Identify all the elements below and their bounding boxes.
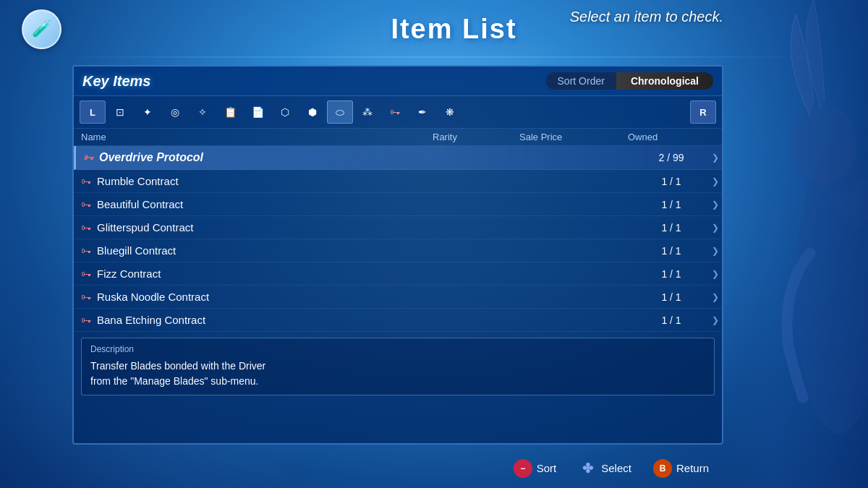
item-name: Rumble Contract [97, 175, 179, 187]
list-item[interactable]: 🗝 Beautiful Contract 1 / 1 ❯ [74, 193, 722, 216]
row-arrow-icon: ❯ [712, 292, 719, 302]
item-name: Bluegill Contract [97, 244, 176, 257]
select-button-icon: ✤ [578, 459, 597, 478]
item-owned: 1 / 1 [628, 176, 715, 187]
tab-l-button[interactable]: L [80, 100, 106, 124]
item-owned: 1 / 1 [628, 199, 715, 210]
key-icon: 🗝 [81, 199, 91, 210]
return-action[interactable]: B Return [653, 459, 709, 478]
row-arrow-icon: ❯ [712, 269, 719, 279]
key-icon: 🗝 [81, 291, 91, 303]
tab-icon-10-active[interactable]: ⬭ [327, 100, 353, 124]
list-item[interactable]: 🗝 Ruska Noodle Contract 1 / 1 ❯ [74, 286, 722, 309]
column-headers: Name Rarity Sale Price Owned [74, 129, 722, 146]
tab-icon-4[interactable]: ◎ [162, 100, 188, 124]
tab-icon-9[interactable]: ⬢ [299, 100, 326, 124]
item-name-cell: 🗝 Rumble Contract [81, 175, 433, 187]
tab-icon-6[interactable]: 📋 [217, 100, 243, 124]
list-item[interactable]: 🗝 Rumble Contract 1 / 1 ❯ [74, 170, 722, 193]
row-arrow-icon: ❯ [712, 315, 719, 325]
item-name-cell: 🗝 Ruska Noodle Contract [81, 291, 433, 303]
main-panel: Key Items Sort Order Chronological L ⊡ ✦… [72, 65, 723, 445]
header: 🧪 Item List [0, 0, 868, 58]
description-text: Transfer Blades bonded with the Driverfr… [90, 359, 705, 389]
tab-icon-3[interactable]: ✦ [135, 100, 161, 124]
tab-icons-row: L ⊡ ✦ ◎ ✧ 📋 📄 ⬡ ⬢ ⬭ ⁂ 🗝 ✒ ❋ R [74, 96, 722, 129]
svg-rect-2 [709, 0, 868, 488]
key-icon: 🗝 [81, 176, 91, 187]
col-owned: Owned [628, 132, 715, 142]
list-item[interactable]: 🗝 Bluegill Contract 1 / 1 ❯ [74, 239, 722, 262]
row-arrow-icon: ❯ [712, 153, 719, 163]
item-list: 🗝 Overdrive Protocol 2 / 99 ❯ 🗝 Rumble C… [74, 146, 722, 332]
tab-r-button[interactable]: R [690, 100, 716, 124]
item-name-cell: 🗝 Bluegill Contract [81, 244, 433, 257]
item-name-cell: 🗝 Beautiful Contract [81, 198, 433, 210]
item-owned: 1 / 1 [628, 268, 715, 280]
item-owned: 2 / 99 [628, 152, 715, 163]
row-arrow-icon: ❯ [712, 223, 719, 233]
row-arrow-icon: ❯ [712, 176, 719, 187]
tab-icon-key[interactable]: 🗝 [382, 100, 408, 124]
item-owned: 1 / 1 [628, 291, 715, 303]
item-name-cell: 🗝 Glitterspud Contract [81, 221, 433, 234]
item-name: Glitterspud Contract [97, 221, 193, 234]
sort-button-icon: − [514, 459, 532, 478]
item-name: Ruska Noodle Contract [97, 291, 209, 303]
tab-icon-14[interactable]: ❋ [437, 100, 463, 124]
tab-icon-11[interactable]: ⁂ [354, 100, 380, 124]
tab-icon-2[interactable]: ⊡ [107, 100, 133, 124]
sort-order-area: Sort Order Chronological [546, 72, 713, 90]
item-name: Fizz Contract [97, 267, 161, 280]
item-name: Overdrive Protocol [99, 151, 203, 164]
description-label: Description [90, 344, 705, 354]
sort-button-label: Sort [537, 462, 557, 474]
item-name-cell: 🗝 Bana Etching Contract [81, 314, 433, 326]
tab-icon-7[interactable]: 📄 [244, 100, 271, 124]
key-icon: 🗝 [81, 222, 91, 234]
return-button-label: Return [676, 462, 709, 474]
header-icon: 🧪 [22, 9, 61, 49]
description-box: Description Transfer Blades bonded with … [81, 338, 715, 395]
tab-icon-5[interactable]: ✧ [190, 100, 216, 124]
list-item[interactable]: 🗝 Fizz Contract 1 / 1 ❯ [74, 262, 722, 286]
item-name-cell: 🗝 Overdrive Protocol [83, 151, 433, 164]
col-name: Name [81, 132, 433, 142]
sort-action[interactable]: − Sort [514, 459, 557, 478]
key-icon: 🗝 [81, 314, 91, 326]
sort-order-value: Chronological [616, 72, 713, 90]
tab-icon-8[interactable]: ⬡ [272, 100, 298, 124]
item-name: Beautiful Contract [97, 198, 183, 210]
select-action[interactable]: ✤ Select [578, 459, 631, 478]
potion-icon: 🧪 [32, 20, 51, 38]
item-owned: 1 / 1 [628, 222, 715, 234]
row-arrow-icon: ❯ [712, 246, 719, 256]
row-arrow-icon: ❯ [712, 200, 719, 210]
list-item[interactable]: 🗝 Overdrive Protocol 2 / 99 ❯ [74, 146, 722, 170]
key-icon: 🗝 [81, 268, 91, 280]
panel-title: Key Items [82, 73, 151, 90]
item-name-cell: 🗝 Fizz Contract [81, 267, 433, 280]
tab-icon-13[interactable]: ✒ [409, 100, 435, 124]
header-title-area: Item List [61, 14, 846, 45]
item-name: Bana Etching Contract [97, 314, 205, 326]
col-sale-price: Sale Price [519, 132, 628, 142]
list-item[interactable]: 🗝 Glitterspud Contract 1 / 1 ❯ [74, 216, 722, 239]
bottom-bar: − Sort ✤ Select B Return [0, 448, 868, 488]
header-line [58, 56, 810, 58]
item-owned: 1 / 1 [628, 314, 715, 326]
select-button-label: Select [601, 462, 631, 474]
key-icon: 🗝 [81, 245, 91, 257]
creature-silhouette [709, 0, 868, 488]
page-title: Item List [391, 14, 516, 45]
col-rarity: Rarity [433, 132, 519, 142]
list-item[interactable]: 🗝 Bana Etching Contract 1 / 1 ❯ [74, 309, 722, 332]
return-button-icon: B [653, 459, 672, 478]
sort-order-label: Sort Order [546, 72, 616, 90]
key-icon: 🗝 [83, 152, 93, 163]
panel-header: Key Items Sort Order Chronological [74, 67, 722, 96]
item-owned: 1 / 1 [628, 245, 715, 257]
